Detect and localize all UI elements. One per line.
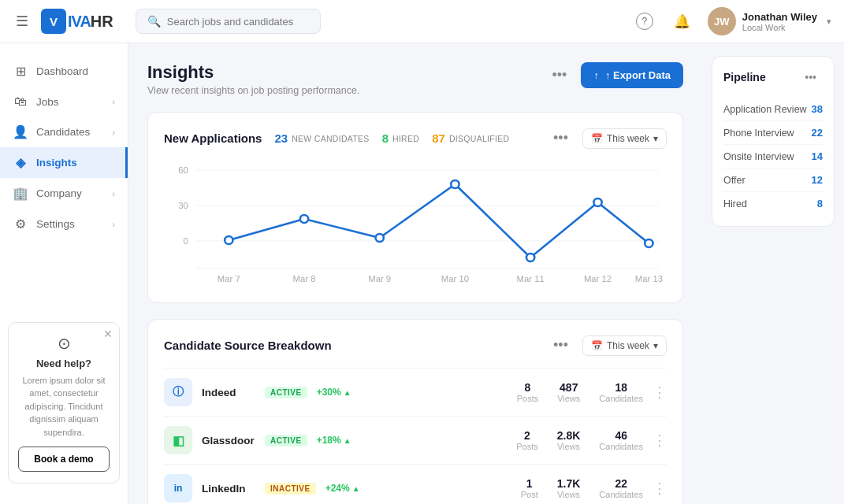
source-more-button[interactable]: ⋮ [653, 432, 667, 449]
help-widget-title: Need help? [18, 358, 110, 369]
svg-text:60: 60 [178, 165, 188, 175]
export-icon: ↑ [593, 69, 599, 81]
pipeline-row-phone-interview: Phone Interview 22 [723, 121, 823, 145]
week-selector[interactable]: 📅 This week ▾ [582, 128, 667, 149]
chevron-icon: › [112, 97, 115, 106]
topbar: ☰ V IVA HR 🔍 ? 🔔 JW [0, 0, 844, 43]
source-stats: 8 Posts 487 Views 18 Candidates [517, 381, 643, 403]
pipeline-row-application-review: Application Review 38 [723, 98, 823, 121]
user-menu[interactable]: JW Jonathan Wiley Local Work ▾ [708, 7, 831, 35]
breakdown-week-selector[interactable]: 📅 This week ▾ [582, 335, 667, 356]
stats-row: 23 NEW CANDIDATES 8 HIRED 87 DISQUALIFIE… [274, 132, 509, 145]
topbar-left: ☰ V IVA HR 🔍 [13, 9, 321, 34]
svg-point-8 [300, 215, 308, 223]
chart-more-button[interactable]: ••• [547, 127, 574, 150]
book-demo-button[interactable]: Book a demo [18, 447, 110, 472]
sidebar-item-label: Settings [36, 218, 75, 230]
pipeline-row-hired: Hired 8 [723, 192, 823, 215]
help-button[interactable]: ? [632, 9, 657, 34]
user-chevron-icon: ▾ [827, 17, 831, 27]
pipeline-count: 14 [812, 150, 823, 162]
search-input[interactable] [167, 16, 309, 28]
sidebar: ⊞ Dashboard 🛍 Jobs › 👤 Candidates › ◈ In… [0, 43, 128, 504]
svg-point-13 [645, 239, 653, 247]
pipeline-more-button[interactable]: ••• [798, 68, 823, 87]
sidebar-item-company[interactable]: 🏢 Company › [0, 178, 128, 209]
card-title-row: New Applications 23 NEW CANDIDATES 8 HIR… [164, 132, 509, 145]
svg-point-12 [593, 198, 601, 206]
source-stats: 1 Post 1.7K Views 22 Candidates [521, 477, 643, 499]
pipeline-label: Application Review [723, 104, 807, 115]
svg-text:Mar 12: Mar 12 [584, 274, 612, 284]
breakdown-title: Candidate Source Breakdown [164, 339, 332, 352]
source-name: Indeed [202, 387, 258, 398]
trend-up-icon: ▲ [344, 436, 351, 445]
search-bar[interactable]: 🔍 [136, 9, 321, 34]
chevron-icon: › [112, 189, 115, 198]
bell-icon: 🔔 [674, 13, 690, 30]
source-more-button[interactable]: ⋮ [653, 480, 667, 497]
svg-point-10 [451, 180, 459, 188]
source-breakdown-card: Candidate Source Breakdown ••• 📅 This we… [147, 319, 683, 504]
hired-stat: 8 HIRED [382, 132, 420, 145]
page-title: Insights [147, 62, 359, 83]
status-badge: ACTIVE [265, 387, 307, 398]
help-widget-icon: ⊙ [18, 334, 110, 353]
more-options-button[interactable]: ••• [546, 64, 574, 87]
views-stat: 2.8K Views [557, 429, 581, 451]
notifications-button[interactable]: 🔔 [670, 9, 695, 34]
sidebar-item-candidates[interactable]: 👤 Candidates › [0, 117, 128, 147]
source-row-glassdoor: ◧ Glassdoor ACTIVE +18% ▲ 2 Posts [164, 416, 667, 464]
logo-hr: HR [91, 13, 113, 31]
svg-text:Mar 13: Mar 13 [635, 274, 663, 284]
breakdown-more-button[interactable]: ••• [547, 334, 574, 357]
week-label: This week [607, 133, 649, 144]
source-more-button[interactable]: ⋮ [653, 384, 667, 401]
candidates-stat: 22 Candidates [599, 477, 643, 499]
help-close-button[interactable]: ✕ [103, 328, 113, 340]
export-button[interactable]: ↑ ↑ Export Data [581, 62, 683, 88]
avatar: JW [708, 7, 736, 35]
main-area: ⊞ Dashboard 🛍 Jobs › 👤 Candidates › ◈ In… [0, 43, 844, 504]
pipeline-count: 22 [812, 127, 823, 139]
sidebar-item-label: Insights [36, 157, 77, 169]
breakdown-header: Candidate Source Breakdown ••• 📅 This we… [164, 334, 667, 357]
logo-icon: V [41, 9, 66, 34]
change-value: +18% ▲ [317, 435, 351, 446]
candidates-icon: 👤 [13, 124, 28, 139]
sidebar-item-label: Dashboard [36, 65, 88, 77]
pipeline-label: Offer [723, 175, 745, 186]
svg-text:30: 30 [178, 201, 188, 210]
chevron-icon: › [112, 128, 115, 137]
posts-stat: 2 Posts [516, 429, 538, 451]
sidebar-item-insights[interactable]: ◈ Insights [0, 147, 128, 178]
svg-text:Mar 11: Mar 11 [517, 274, 545, 284]
pipeline-header: Pipeline ••• [723, 68, 823, 87]
pipeline-label: Phone Interview [723, 128, 794, 139]
company-icon: 🏢 [13, 186, 28, 201]
svg-point-9 [376, 234, 384, 242]
calendar-icon: 📅 [591, 340, 603, 351]
trend-up-icon: ▲ [344, 388, 351, 397]
sidebar-item-jobs[interactable]: 🛍 Jobs › [0, 87, 128, 117]
dropdown-icon: ▾ [653, 340, 658, 351]
disqualified-stat: 87 DISQUALIFIED [432, 132, 509, 145]
main-content: Insights View recent insights on job pos… [128, 43, 702, 504]
pipeline-row-offer: Offer 12 [723, 169, 823, 192]
dashboard-icon: ⊞ [13, 64, 28, 79]
trend-up-icon: ▲ [352, 484, 360, 493]
pipeline-label: Onsite Interview [723, 151, 794, 162]
svg-point-7 [225, 236, 232, 244]
svg-text:Mar 7: Mar 7 [218, 274, 240, 284]
chevron-icon: › [112, 220, 115, 229]
candidates-stat: 46 Candidates [599, 429, 643, 451]
export-label: ↑ Export Data [605, 69, 671, 81]
chart-area: 60 30 0 [164, 162, 667, 288]
svg-point-11 [526, 254, 534, 261]
svg-text:Mar 10: Mar 10 [441, 274, 469, 284]
sidebar-item-dashboard[interactable]: ⊞ Dashboard [0, 56, 128, 87]
sidebar-item-settings[interactable]: ⚙ Settings › [0, 209, 128, 239]
logo-text: IVA [68, 13, 91, 31]
hamburger-button[interactable]: ☰ [13, 9, 32, 33]
change-value: +30% ▲ [317, 387, 351, 398]
